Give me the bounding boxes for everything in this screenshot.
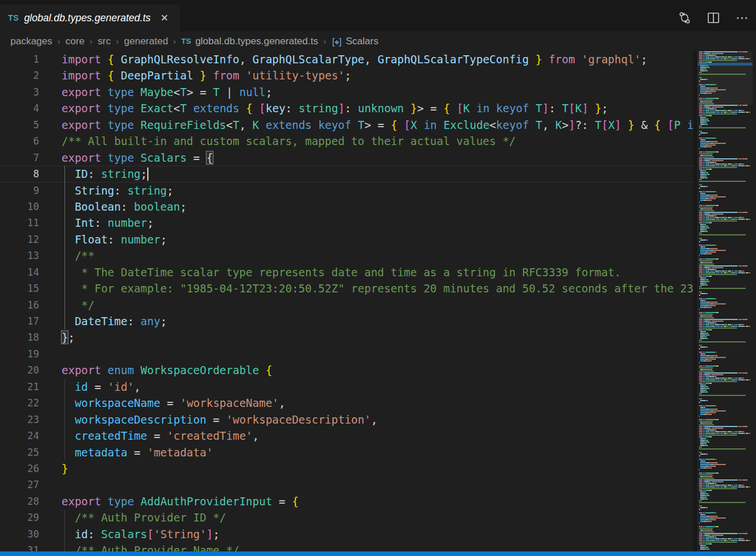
minimap-slider[interactable] <box>698 51 753 105</box>
tab-bar: TS global.db.types.generated.ts ✕ <box>0 0 756 31</box>
minimap[interactable] <box>697 51 753 551</box>
breadcrumb-item-generated[interactable]: generated <box>124 36 169 47</box>
compare-changes-icon[interactable] <box>678 11 692 25</box>
code-text: Int: number; <box>62 215 154 231</box>
code-line[interactable]: 31 /** Auth Provider Name */ <box>0 542 693 551</box>
line-number[interactable]: 11 <box>0 215 39 231</box>
code-line[interactable]: 12 Float: number; <box>0 231 693 247</box>
code-line[interactable]: 7export type Scalars = { <box>0 150 693 166</box>
line-number[interactable]: 2 <box>0 67 39 83</box>
code-line[interactable]: 5export type RequireFields<T, K extends … <box>0 117 693 133</box>
chevron-right-icon: › <box>58 36 60 46</box>
code-line[interactable]: 2import { DeepPartial } from 'utility-ty… <box>0 67 693 83</box>
code-text: workspaceDescription = 'workspaceDescrip… <box>62 412 377 428</box>
line-number[interactable]: 10 <box>0 199 39 215</box>
line-number[interactable]: 16 <box>0 297 39 313</box>
line-number[interactable]: 24 <box>0 428 39 444</box>
split-editor-icon[interactable] <box>707 11 720 25</box>
code-line[interactable]: 18}; <box>0 329 693 345</box>
code-lines: 1import { GraphQLResolveInfo, GraphQLSca… <box>0 51 693 551</box>
line-number[interactable]: 14 <box>0 264 39 280</box>
code-text: ID: string; <box>62 166 147 182</box>
code-line[interactable]: 24 createdTime = 'createdTime', <box>0 428 693 444</box>
code-line[interactable]: 9 String: string; <box>0 182 693 199</box>
line-number[interactable]: 9 <box>0 182 39 199</box>
line-number[interactable]: 23 <box>0 412 39 428</box>
code-text: */ <box>62 297 94 313</box>
line-number[interactable]: 1 <box>0 51 39 67</box>
code-line[interactable]: 14 * The DateTime scalar type represents… <box>0 264 693 280</box>
breadcrumb-item-filename[interactable]: global.db.types.generated.ts <box>195 36 318 47</box>
code-text: String: string; <box>62 182 174 199</box>
line-number[interactable]: 28 <box>0 493 39 509</box>
breadcrumb-item-src[interactable]: src <box>98 36 111 47</box>
status-bar[interactable] <box>0 551 756 556</box>
tab-global-db-types[interactable]: TS global.db.types.generated.ts ✕ <box>0 5 180 31</box>
line-number[interactable]: 29 <box>0 509 39 525</box>
vscode-window: TS global.db.types.generated.ts ✕ <box>0 0 756 556</box>
breadcrumb-item-core[interactable]: core <box>66 36 85 47</box>
code-text: id: Scalars['String']; <box>62 526 220 542</box>
line-number[interactable]: 25 <box>0 444 39 460</box>
editor-actions: ⋯ <box>678 5 753 31</box>
breadcrumb-item-symbol[interactable]: Scalars <box>346 36 379 47</box>
code-text: Float: number; <box>62 231 167 247</box>
code-text: export type Exact<T extends { [key: stri… <box>62 100 608 116</box>
line-number[interactable]: 27 <box>0 477 39 493</box>
line-number[interactable]: 3 <box>0 84 39 100</box>
line-number[interactable]: 17 <box>0 313 39 329</box>
line-number[interactable]: 21 <box>0 379 39 395</box>
line-number[interactable]: 12 <box>0 231 39 247</box>
line-number[interactable]: 8 <box>0 166 39 182</box>
code-line[interactable]: 28export type AddAuthProviderInput = { <box>0 493 693 509</box>
line-number[interactable]: 4 <box>0 100 39 116</box>
code-line[interactable]: 13 /** <box>0 247 693 264</box>
code-line[interactable]: 4export type Exact<T extends { [key: str… <box>0 100 693 116</box>
code-line[interactable]: 11 Int: number; <box>0 215 693 231</box>
scrollbar-gutter[interactable] <box>753 51 756 551</box>
code-line[interactable]: 10 Boolean: boolean; <box>0 199 693 215</box>
code-line[interactable]: 6/** All built-in and custom scalars, ma… <box>0 133 693 149</box>
code-line[interactable]: 8 ID: string; <box>0 166 693 182</box>
line-number[interactable]: 7 <box>0 150 39 166</box>
code-line[interactable]: 3export type Maybe<T> = T | null; <box>0 84 693 100</box>
line-number[interactable]: 13 <box>0 247 39 264</box>
line-number[interactable]: 15 <box>0 280 39 296</box>
code-text: id = 'id', <box>62 379 140 395</box>
line-number[interactable]: 30 <box>0 526 39 542</box>
code-line[interactable]: 26} <box>0 460 693 477</box>
breadcrumb-item-packages[interactable]: packages <box>10 36 52 47</box>
code-line[interactable]: 29 /** Auth Provider ID */ <box>0 509 693 525</box>
line-number[interactable]: 22 <box>0 395 39 411</box>
line-number[interactable]: 31 <box>0 542 39 551</box>
code-text: DateTime: any; <box>62 313 167 329</box>
code-line[interactable]: 16 */ <box>0 297 693 313</box>
code-text: export enum WorkspaceOrderable { <box>62 362 272 378</box>
line-number[interactable]: 6 <box>0 133 39 149</box>
line-number[interactable]: 5 <box>0 117 39 133</box>
code-text: * The DateTime scalar type represents da… <box>62 264 621 280</box>
code-line[interactable]: 22 workspaceName = 'workspaceName', <box>0 395 693 411</box>
line-number[interactable]: 20 <box>0 362 39 378</box>
line-number[interactable]: 26 <box>0 460 39 477</box>
code-editor[interactable]: 1import { GraphQLResolveInfo, GraphQLSca… <box>0 51 693 551</box>
code-text: Boolean: boolean; <box>62 199 186 215</box>
code-text: export type Scalars = { <box>62 150 213 166</box>
line-number[interactable]: 18 <box>0 329 39 345</box>
code-line[interactable]: 23 workspaceDescription = 'workspaceDesc… <box>0 412 693 428</box>
breadcrumb: packages › core › src › generated › TS g… <box>0 31 756 51</box>
typescript-file-icon: TS <box>181 37 191 45</box>
code-line[interactable]: 27 <box>0 477 693 493</box>
code-line[interactable]: 19 <box>0 346 693 362</box>
code-line[interactable]: 17 DateTime: any; <box>0 313 693 329</box>
code-line[interactable]: 1import { GraphQLResolveInfo, GraphQLSca… <box>0 51 693 67</box>
chevron-right-icon: › <box>323 36 326 46</box>
more-actions-icon[interactable]: ⋯ <box>735 11 749 25</box>
line-number[interactable]: 19 <box>0 346 39 362</box>
code-line[interactable]: 30 id: Scalars['String']; <box>0 526 693 542</box>
code-line[interactable]: 20export enum WorkspaceOrderable { <box>0 362 693 378</box>
code-line[interactable]: 21 id = 'id', <box>0 379 693 395</box>
code-line[interactable]: 15 * For example: "1985-04-12T23:20:50.5… <box>0 280 693 296</box>
code-line[interactable]: 25 metadata = 'metadata' <box>0 444 693 460</box>
close-icon[interactable]: ✕ <box>159 12 170 24</box>
